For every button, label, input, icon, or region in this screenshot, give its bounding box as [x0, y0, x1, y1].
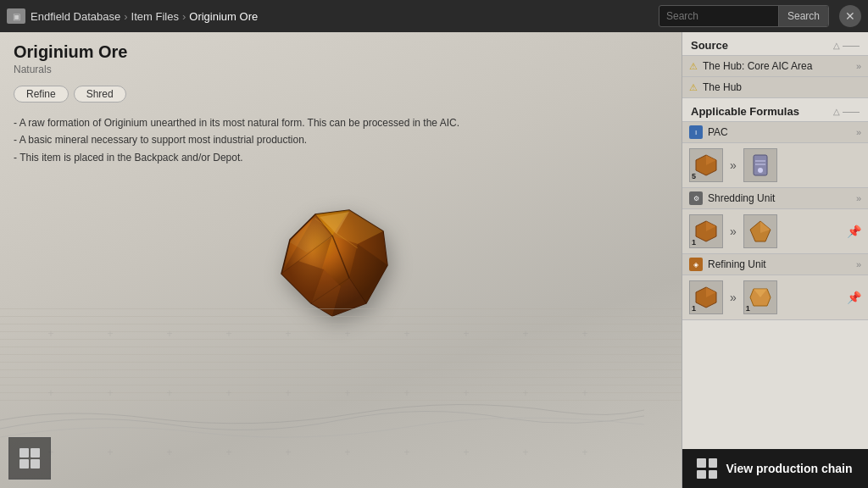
formulas-section-title: Applicable Formulas [691, 105, 799, 118]
svg-rect-50 [31, 459, 40, 469]
shredding-arrow: » [856, 193, 861, 203]
svg-text:+: + [522, 446, 528, 458]
item-description: A raw formation of Originium unearthed i… [0, 108, 682, 173]
search-button[interactable]: Search [778, 6, 828, 26]
source-section-title: Source [691, 39, 728, 52]
production-chain-footer[interactable]: View production chain [682, 449, 868, 488]
production-chain-icon [697, 458, 717, 479]
formula-pac-name: PAC [708, 126, 851, 138]
svg-text:+: + [285, 328, 291, 340]
svg-text:+: + [463, 387, 469, 399]
pac-output-item [743, 148, 777, 182]
shredding-icon: ⚙ [689, 191, 703, 205]
svg-rect-54 [755, 160, 765, 162]
item-header: Originium Ore Naturals [0, 32, 682, 80]
tag-shred[interactable]: Shred [74, 86, 126, 103]
svg-rect-49 [19, 459, 29, 469]
svg-text:+: + [344, 387, 350, 399]
shredding-recipe-row: 1 » 📌 [682, 209, 868, 254]
refining-output-count: 1 [746, 304, 750, 313]
svg-text:+: + [403, 387, 409, 399]
svg-rect-47 [19, 448, 29, 458]
left-panel: Originium Ore Naturals Refine Shred A ra… [0, 32, 682, 488]
svg-text:+: + [166, 387, 172, 399]
svg-text:+: + [107, 387, 113, 399]
svg-text:+: + [47, 328, 53, 340]
source-section-header: Source △ —— [682, 32, 868, 56]
svg-text:+: + [581, 387, 587, 399]
refining-output-item: 1 [743, 280, 777, 314]
item-title: Originium Ore [14, 42, 668, 62]
breadcrumb-current: Originium Ore [189, 10, 258, 23]
breadcrumb-sep2: › [182, 10, 186, 23]
svg-text:+: + [522, 328, 528, 340]
pac-arrow: » [856, 127, 861, 137]
grid-icon [18, 446, 42, 470]
svg-text:+: + [344, 328, 350, 340]
svg-text:+: + [403, 446, 409, 458]
breadcrumb-endfield[interactable]: Endfield Database [31, 10, 120, 23]
svg-text:+: + [522, 387, 528, 399]
svg-text:+: + [403, 328, 409, 340]
svg-text:+: + [107, 446, 113, 458]
item-image-area [0, 168, 665, 354]
desc-line3: This item is placed in the Backpack and/… [14, 149, 668, 166]
shredding-recipe-arrow: » [730, 225, 737, 238]
formula-refining[interactable]: ◈ Refining Unit » [682, 254, 868, 275]
shredding-output-item [743, 214, 777, 248]
source-item-hub-core[interactable]: ⚠ The Hub: Core AIC Area » [682, 56, 868, 77]
source-arrow-1: » [856, 61, 861, 71]
refining-input-item: 1 [689, 280, 723, 314]
svg-text:+: + [463, 446, 469, 458]
shredding-pin[interactable]: 📌 [847, 225, 861, 238]
formula-shredding[interactable]: ⚙ Shredding Unit » [682, 188, 868, 209]
pac-recipe-arrow: » [730, 158, 737, 172]
source-expand-icon[interactable]: △ —— [833, 41, 860, 50]
svg-point-56 [758, 168, 763, 173]
svg-text:+: + [166, 446, 172, 458]
production-chain-label: View production chain [726, 462, 852, 475]
pac-input-count: 5 [692, 172, 696, 180]
svg-text:+: + [581, 446, 587, 458]
search-bar: Search [659, 5, 829, 27]
source-name-2: The Hub [703, 81, 861, 93]
svg-text:+: + [225, 387, 231, 399]
warn-icon-2: ⚠ [689, 82, 698, 93]
formulas-section-header: Applicable Formulas △ —— [682, 98, 868, 122]
svg-text:+: + [285, 446, 291, 458]
ore-rock-image [264, 193, 400, 329]
breadcrumb-itemfiles[interactable]: Item Files [131, 10, 179, 23]
formula-pac[interactable]: I PAC » [682, 122, 868, 143]
pac-icon: I [689, 125, 703, 139]
desc-line2: A basic mineral necessary to support mos… [14, 131, 668, 148]
shredding-input-count: 1 [692, 238, 696, 247]
formulas-expand-icon[interactable]: △ —— [833, 107, 860, 116]
svg-text:+: + [344, 446, 350, 458]
breadcrumb-sep1: › [124, 10, 127, 23]
tag-refine[interactable]: Refine [14, 86, 69, 103]
svg-text:+: + [285, 387, 291, 399]
bottom-left-icon[interactable] [8, 437, 51, 480]
breadcrumb: Endfield Database › Item Files › Origini… [31, 10, 258, 23]
item-tags: Refine Shred [0, 80, 682, 108]
svg-rect-55 [755, 164, 765, 165]
terrain-lines [0, 378, 644, 446]
refining-recipe-arrow: » [730, 291, 737, 304]
refining-pin[interactable]: 📌 [847, 291, 861, 304]
refining-input-count: 1 [692, 304, 696, 313]
pac-input-item: 5 [689, 148, 723, 182]
formula-refining-name: Refining Unit [708, 258, 851, 270]
refining-icon: ◈ [689, 258, 703, 271]
svg-text:+: + [166, 328, 172, 340]
source-item-hub[interactable]: ⚠ The Hub [682, 77, 868, 98]
pac-recipe-row: 5 » [682, 143, 868, 188]
svg-text:+: + [463, 328, 469, 340]
main-layout: Originium Ore Naturals Refine Shred A ra… [0, 32, 868, 488]
refining-arrow: » [856, 259, 861, 269]
svg-text:+: + [47, 387, 53, 399]
close-button[interactable]: ✕ [839, 5, 861, 27]
svg-text:+: + [107, 328, 113, 340]
search-input[interactable] [659, 10, 778, 22]
svg-text:+: + [225, 446, 231, 458]
folder-icon: ▣ [7, 8, 25, 24]
